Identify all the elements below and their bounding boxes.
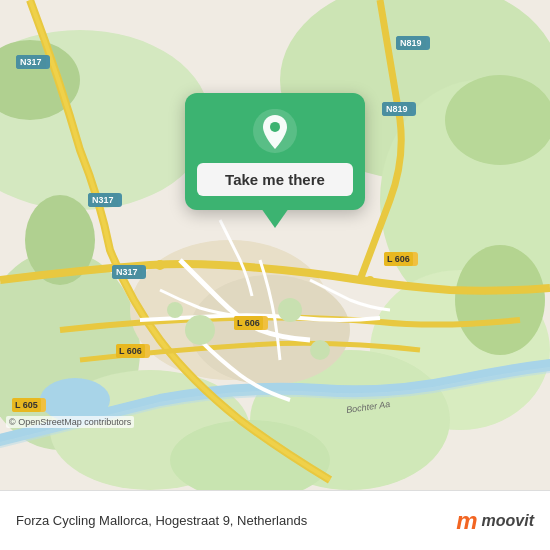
svg-point-19 (167, 302, 183, 318)
road-label-l606-right: L 606 (384, 252, 413, 266)
road-label-n317-top: N317 (16, 55, 46, 69)
moovit-logo: m moovit (456, 507, 534, 535)
svg-point-18 (310, 340, 330, 360)
road-label-l606-left: L 606 (116, 344, 145, 358)
svg-point-11 (455, 245, 545, 355)
moovit-logo-m: m (456, 507, 477, 535)
bottom-bar: Forza Cycling Mallorca, Hogestraat 9, Ne… (0, 490, 550, 550)
svg-point-16 (185, 315, 215, 345)
svg-point-17 (278, 298, 302, 322)
svg-point-10 (445, 75, 550, 165)
osm-attribution: © OpenStreetMap contributors (6, 416, 134, 428)
svg-point-32 (270, 122, 280, 132)
svg-point-21 (366, 276, 374, 284)
moovit-logo-text: moovit (482, 512, 534, 530)
road-label-l605: L 605 (12, 398, 41, 412)
road-label-l606-mid: L 606 (234, 316, 263, 330)
take-me-there-button[interactable]: Take me there (197, 163, 353, 196)
road-label-n317-mid: N317 (88, 193, 118, 207)
road-label-n819-top: N819 (396, 36, 426, 50)
road-label-n317-low: N317 (112, 265, 142, 279)
svg-point-20 (155, 260, 165, 270)
road-label-n819-mid: N819 (382, 102, 412, 116)
location-text: Forza Cycling Mallorca, Hogestraat 9, Ne… (16, 513, 456, 528)
location-pin-icon (253, 109, 297, 153)
map-container: N317 N317 N317 N819 N819 L 606 L 606 L 6… (0, 0, 550, 490)
popup-card: Take me there (185, 93, 365, 210)
